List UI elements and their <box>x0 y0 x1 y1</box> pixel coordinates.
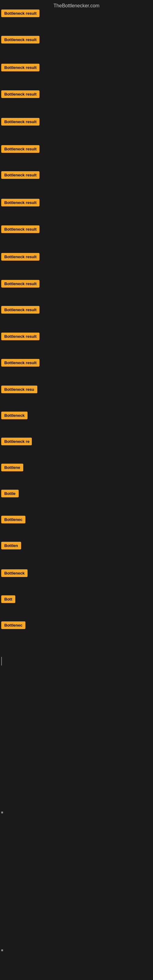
bottleneck-item-14: Bottleneck result <box>1 359 40 368</box>
bottleneck-badge-5[interactable]: Bottleneck result <box>1 118 40 126</box>
bottleneck-item-5: Bottleneck result <box>1 118 40 127</box>
small-mark-1 <box>1 811 3 813</box>
bottleneck-badge-11[interactable]: Bottleneck result <box>1 280 40 288</box>
bottleneck-badge-24[interactable]: Bottlenec <box>1 621 26 629</box>
bottleneck-badge-13[interactable]: Bottleneck result <box>1 332 40 340</box>
bottleneck-item-19: Bottle <box>1 490 19 499</box>
bottleneck-badge-20[interactable]: Bottlenec <box>1 516 26 523</box>
bottleneck-item-2: Bottleneck result <box>1 36 40 45</box>
bottleneck-item-20: Bottlenec <box>1 516 26 525</box>
bottleneck-item-3: Bottleneck result <box>1 64 40 73</box>
bottleneck-item-10: Bottleneck result <box>1 253 40 262</box>
bottleneck-badge-9[interactable]: Bottleneck result <box>1 225 40 233</box>
bottleneck-item-22: Bottleneck <box>1 569 27 578</box>
bottleneck-badge-3[interactable]: Bottleneck result <box>1 64 40 72</box>
bottleneck-item-8: Bottleneck result <box>1 199 40 208</box>
bottleneck-badge-14[interactable]: Bottleneck result <box>1 359 40 367</box>
bottleneck-badge-6[interactable]: Bottleneck result <box>1 145 40 153</box>
bottleneck-item-23: Bott <box>1 595 15 604</box>
bottleneck-item-1: Bottleneck result <box>1 10 40 18</box>
cursor-indicator <box>1 657 2 665</box>
bottleneck-item-9: Bottleneck result <box>1 225 40 234</box>
bottleneck-badge-16[interactable]: Bottleneck <box>1 412 27 419</box>
bottleneck-badge-7[interactable]: Bottleneck result <box>1 171 40 179</box>
site-title: TheBottlenecker.com <box>0 0 153 10</box>
bottleneck-item-12: Bottleneck result <box>1 306 40 315</box>
bottleneck-badge-18[interactable]: Bottlene <box>1 464 23 471</box>
bottleneck-item-11: Bottleneck result <box>1 280 40 289</box>
bottleneck-item-21: Bottlen <box>1 542 21 550</box>
bottleneck-item-24: Bottlenec <box>1 621 26 630</box>
bottleneck-badge-1[interactable]: Bottleneck result <box>1 10 40 17</box>
bottleneck-badge-21[interactable]: Bottlen <box>1 542 21 549</box>
bottleneck-item-17: Bottleneck re <box>1 438 32 447</box>
small-mark-2 <box>1 950 3 951</box>
bottleneck-item-18: Bottlene <box>1 464 23 473</box>
bottleneck-item-13: Bottleneck result <box>1 332 40 342</box>
bottleneck-badge-4[interactable]: Bottleneck result <box>1 90 40 98</box>
bottleneck-items-container: Bottleneck resultBottleneck resultBottle… <box>0 10 153 13</box>
bottleneck-badge-15[interactable]: Bottleneck resu <box>1 385 37 393</box>
page-wrapper: TheBottlenecker.com Bottleneck resultBot… <box>0 0 153 980</box>
bottleneck-badge-22[interactable]: Bottleneck <box>1 569 27 577</box>
bottleneck-item-6: Bottleneck result <box>1 145 40 154</box>
bottleneck-badge-2[interactable]: Bottleneck result <box>1 36 40 43</box>
bottleneck-badge-17[interactable]: Bottleneck re <box>1 438 32 445</box>
bottleneck-badge-19[interactable]: Bottle <box>1 490 19 497</box>
bottleneck-item-7: Bottleneck result <box>1 171 40 180</box>
bottleneck-badge-10[interactable]: Bottleneck result <box>1 253 40 261</box>
bottleneck-badge-23[interactable]: Bott <box>1 595 15 603</box>
bottleneck-badge-12[interactable]: Bottleneck result <box>1 306 40 313</box>
bottleneck-item-15: Bottleneck resu <box>1 385 37 395</box>
bottleneck-item-4: Bottleneck result <box>1 90 40 99</box>
bottleneck-item-16: Bottleneck <box>1 412 27 420</box>
bottleneck-badge-8[interactable]: Bottleneck result <box>1 199 40 207</box>
